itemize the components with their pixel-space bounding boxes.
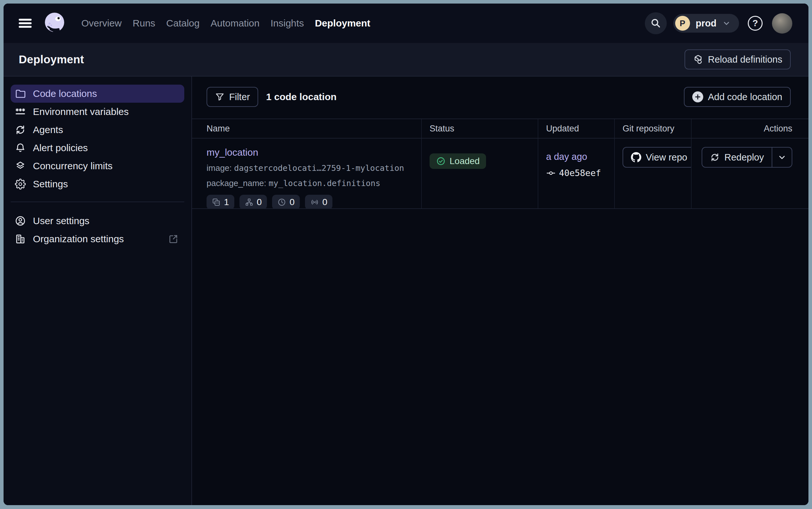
image-value: dagstercodelocati…2759-1-mylocation bbox=[234, 163, 404, 173]
nav-catalog[interactable]: Catalog bbox=[166, 18, 199, 29]
check-circle-icon bbox=[436, 156, 446, 166]
sidebar-item-organization-settings[interactable]: Organization settings bbox=[11, 230, 184, 248]
add-code-location-label: Add code location bbox=[708, 92, 782, 102]
person-circle-icon bbox=[15, 215, 26, 227]
column-header-actions: Actions bbox=[692, 119, 808, 138]
view-repo-button[interactable]: View repo bbox=[623, 147, 692, 168]
bell-icon bbox=[15, 142, 26, 154]
env-vars-icon bbox=[15, 106, 26, 117]
nav-insights[interactable]: Insights bbox=[270, 18, 304, 29]
dagster-logo-icon[interactable] bbox=[43, 11, 67, 35]
search-button[interactable] bbox=[645, 12, 667, 34]
graphs-icon bbox=[245, 198, 254, 207]
sidebar-item-agents[interactable]: Agents bbox=[11, 121, 184, 139]
code-locations-main: Filter 1 code location Add code location… bbox=[192, 76, 808, 505]
filter-label: Filter bbox=[229, 92, 250, 102]
package-value: my_location.definitions bbox=[268, 179, 380, 188]
jobs-icon bbox=[212, 198, 221, 207]
definition-count-badges: 1 0 bbox=[207, 195, 413, 208]
nav-deployment[interactable]: Deployment bbox=[315, 18, 370, 29]
schedules-icon bbox=[277, 198, 286, 207]
sidebar-item-environment-variables[interactable]: Environment variables bbox=[11, 103, 184, 121]
app-window: Overview Runs Catalog Automation Insight… bbox=[4, 4, 808, 505]
filter-button[interactable]: Filter bbox=[207, 87, 258, 107]
sensors-icon bbox=[310, 198, 319, 207]
git-repository-cell: View repo bbox=[615, 139, 692, 208]
layers-icon bbox=[15, 161, 26, 171]
redeploy-button[interactable]: Redeploy bbox=[702, 147, 772, 167]
deployment-switcher[interactable]: P prod bbox=[673, 14, 739, 33]
nav-automation[interactable]: Automation bbox=[211, 18, 259, 29]
deployment-name: prod bbox=[696, 18, 716, 29]
help-button[interactable]: ? bbox=[744, 12, 766, 34]
reload-definitions-button[interactable]: Reload definitions bbox=[685, 49, 791, 69]
jobs-count-badge: 1 bbox=[207, 195, 234, 208]
code-location-link[interactable]: my_location bbox=[207, 147, 258, 158]
page-header: Deployment Reload definitions bbox=[4, 43, 808, 76]
sidebar-item-label: Alert policies bbox=[33, 142, 88, 154]
sidebar-item-label: User settings bbox=[33, 215, 89, 227]
sidebar-item-alert-policies[interactable]: Alert policies bbox=[11, 139, 184, 157]
sidebar-item-label: Agents bbox=[33, 124, 63, 135]
sidebar-item-code-locations[interactable]: Code locations bbox=[11, 84, 184, 103]
github-icon bbox=[631, 152, 641, 163]
top-nav-right: P prod ? bbox=[645, 12, 792, 34]
redeploy-split-button: Redeploy bbox=[702, 147, 792, 168]
page-title: Deployment bbox=[19, 53, 84, 66]
menu-icon[interactable] bbox=[19, 19, 32, 28]
redeploy-more-button[interactable] bbox=[772, 147, 792, 167]
image-meta: image: dagstercodelocati…2759-1-mylocati… bbox=[207, 163, 413, 173]
sidebar-item-concurrency-limits[interactable]: Concurrency limits bbox=[11, 157, 184, 175]
sidebar-item-label: Settings bbox=[33, 179, 68, 190]
sidebar-item-label: Organization settings bbox=[33, 234, 124, 244]
nav-runs[interactable]: Runs bbox=[133, 18, 155, 29]
column-header-name: Name bbox=[192, 119, 422, 138]
gear-icon bbox=[15, 179, 26, 190]
column-header-status: Status bbox=[422, 119, 538, 138]
external-link-icon bbox=[168, 234, 179, 244]
commit-line: 40e58eef bbox=[546, 168, 606, 178]
folder-icon bbox=[15, 88, 26, 99]
sensors-count-badge: 0 bbox=[305, 195, 333, 208]
toolbar: Filter 1 code location Add code location bbox=[192, 76, 808, 107]
graphs-count-badge: 0 bbox=[239, 195, 267, 208]
status-cell: Loaded bbox=[422, 139, 538, 208]
chevron-down-icon bbox=[722, 19, 731, 28]
search-icon bbox=[650, 18, 661, 29]
updated-time-link[interactable]: a day ago bbox=[546, 151, 587, 162]
table-header-row: Name Status Updated Git repository Actio… bbox=[192, 118, 808, 139]
code-location-count: 1 code location bbox=[266, 92, 336, 102]
chevron-down-icon bbox=[777, 153, 786, 162]
table-row: my_location image: dagstercodelocati…275… bbox=[192, 139, 808, 209]
sidebar-item-label: Environment variables bbox=[33, 106, 129, 117]
status-badge: Loaded bbox=[430, 154, 486, 169]
sidebar-item-label: Code locations bbox=[33, 88, 97, 99]
plus-circle-icon bbox=[692, 92, 703, 102]
add-code-location-button[interactable]: Add code location bbox=[684, 87, 791, 107]
reload-definitions-icon bbox=[693, 54, 703, 65]
updated-cell: a day ago 40e58eef bbox=[538, 139, 615, 208]
primary-nav: Overview Runs Catalog Automation Insight… bbox=[81, 18, 370, 29]
name-cell: my_location image: dagstercodelocati…275… bbox=[192, 139, 422, 208]
view-repo-label: View repo bbox=[646, 152, 687, 163]
building-icon bbox=[15, 234, 26, 244]
status-label: Loaded bbox=[450, 156, 480, 166]
user-avatar[interactable] bbox=[772, 13, 792, 34]
redeploy-label: Redeploy bbox=[724, 152, 764, 163]
help-icon: ? bbox=[748, 16, 763, 31]
code-locations-table: Name Status Updated Git repository Actio… bbox=[192, 118, 808, 209]
nav-overview[interactable]: Overview bbox=[81, 18, 122, 29]
git-commit-icon bbox=[546, 168, 556, 178]
sync-icon bbox=[15, 124, 26, 135]
deployment-avatar: P bbox=[675, 16, 690, 31]
deployment-sidebar: Code locations Environment variables bbox=[4, 76, 192, 505]
reload-definitions-label: Reload definitions bbox=[708, 54, 782, 65]
redeploy-icon bbox=[710, 152, 720, 162]
schedules-count-badge: 0 bbox=[272, 195, 300, 208]
column-header-updated: Updated bbox=[538, 119, 615, 138]
commit-hash: 40e58eef bbox=[559, 168, 601, 178]
sidebar-item-label: Concurrency limits bbox=[33, 161, 113, 171]
top-nav: Overview Runs Catalog Automation Insight… bbox=[4, 4, 808, 43]
sidebar-item-settings[interactable]: Settings bbox=[11, 175, 184, 193]
sidebar-item-user-settings[interactable]: User settings bbox=[11, 212, 184, 230]
